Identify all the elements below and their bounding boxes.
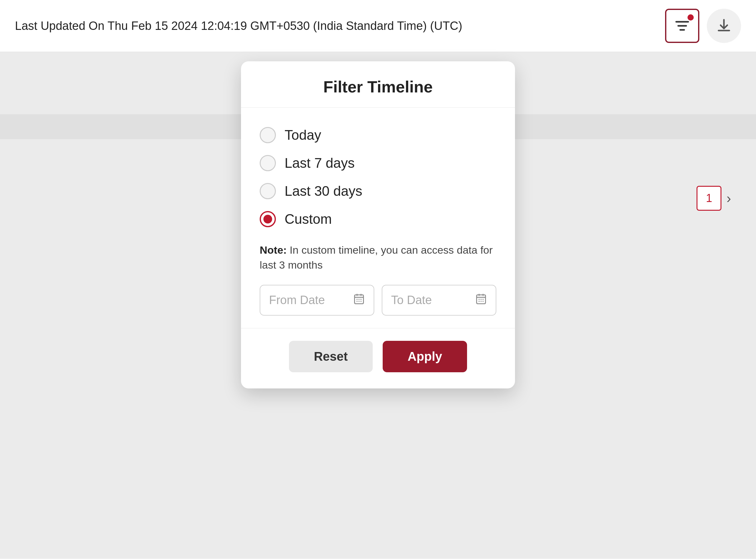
apply-button[interactable]: Apply — [383, 341, 467, 372]
filter-modal: Filter Timeline Today Last 7 days Last 3… — [241, 61, 515, 388]
from-date-placeholder: From Date — [269, 293, 353, 307]
modal-overlay: Filter Timeline Today Last 7 days Last 3… — [0, 52, 756, 558]
modal-footer: Reset Apply — [241, 328, 515, 388]
note-content-text: In custom timeline, you can access data … — [260, 244, 493, 271]
top-bar-actions — [665, 9, 741, 43]
radio-last7-label: Last 7 days — [285, 155, 355, 171]
note-prefix: Note: — [260, 244, 287, 256]
radio-last7[interactable]: Last 7 days — [260, 151, 496, 176]
to-date-wrapper[interactable]: To Date — [382, 285, 496, 316]
top-bar: Last Updated On Thu Feb 15 2024 12:04:19… — [0, 0, 756, 52]
last-updated-text: Last Updated On Thu Feb 15 2024 12:04:19… — [15, 19, 462, 33]
radio-custom-circle — [260, 211, 276, 227]
download-button[interactable] — [707, 9, 741, 43]
radio-last30-label: Last 30 days — [285, 183, 362, 199]
to-date-calendar-icon — [475, 293, 487, 308]
from-date-calendar-icon — [353, 293, 365, 308]
radio-last7-circle — [260, 155, 276, 171]
radio-today-label: Today — [285, 127, 321, 143]
modal-body: Today Last 7 days Last 30 days Custom — [241, 108, 515, 328]
radio-custom-label: Custom — [285, 211, 332, 227]
note-text: Note: In custom timeline, you can access… — [260, 243, 496, 272]
modal-title: Filter Timeline — [260, 77, 496, 96]
filter-active-dot — [688, 14, 694, 21]
filter-button[interactable] — [665, 9, 699, 43]
radio-group: Today Last 7 days Last 30 days Custom — [260, 122, 496, 231]
date-inputs: From Date — [260, 285, 496, 316]
radio-custom[interactable]: Custom — [260, 207, 496, 231]
to-date-placeholder: To Date — [391, 293, 475, 307]
from-date-wrapper[interactable]: From Date — [260, 285, 374, 316]
modal-header: Filter Timeline — [241, 61, 515, 108]
radio-today-circle — [260, 127, 276, 143]
radio-last30-circle — [260, 183, 276, 199]
content-area: 1 › Filter Timeline Today Last 7 days — [0, 52, 756, 558]
radio-last30[interactable]: Last 30 days — [260, 179, 496, 204]
reset-button[interactable]: Reset — [289, 341, 373, 372]
radio-today[interactable]: Today — [260, 122, 496, 148]
